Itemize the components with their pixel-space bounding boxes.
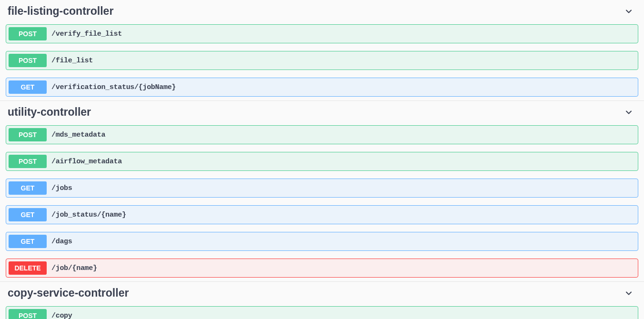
controller-section: copy-service-controllerPOST/copy (6, 282, 638, 319)
method-badge-post: POST (9, 128, 47, 141)
controller-section: file-listing-controllerPOST/verify_file_… (6, 0, 638, 97)
endpoint-row[interactable]: GET/verification_status/{jobName} (6, 78, 638, 97)
endpoint-row[interactable]: POST/airflow_metadata (6, 152, 638, 171)
chevron-down-icon (624, 289, 634, 298)
endpoint-row[interactable]: POST/copy (6, 306, 638, 319)
controller-header[interactable]: file-listing-controller (6, 0, 638, 24)
method-badge-get: GET (9, 208, 47, 221)
method-badge-post: POST (9, 155, 47, 168)
method-badge-post: POST (9, 54, 47, 67)
endpoint-list: POST/mds_metadataPOST/airflow_metadataGE… (6, 125, 638, 278)
method-badge-post: POST (9, 309, 47, 319)
endpoint-row[interactable]: POST/verify_file_list (6, 24, 638, 43)
endpoint-path: /file_list (51, 57, 93, 65)
endpoint-path: /mds_metadata (51, 131, 105, 139)
endpoint-row[interactable]: POST/file_list (6, 51, 638, 70)
method-badge-get: GET (9, 181, 47, 195)
controller-header[interactable]: copy-service-controller (6, 282, 638, 306)
endpoint-list: POST/verify_file_listPOST/file_listGET/v… (6, 24, 638, 97)
endpoint-row[interactable]: GET/dags (6, 232, 638, 251)
endpoint-row[interactable]: GET/jobs (6, 179, 638, 198)
controller-header[interactable]: utility-controller (6, 101, 638, 125)
endpoint-path: /dags (51, 238, 72, 246)
endpoint-list: POST/copy (6, 306, 638, 319)
controller-title: copy-service-controller (8, 287, 129, 299)
endpoint-path: /jobs (51, 184, 72, 192)
endpoint-path: /job_status/{name} (51, 211, 126, 219)
endpoint-row[interactable]: POST/mds_metadata (6, 125, 638, 144)
chevron-down-icon (624, 108, 634, 117)
endpoint-path: /copy (51, 312, 72, 319)
controller-title: utility-controller (8, 106, 91, 119)
endpoint-row[interactable]: DELETE/job/{name} (6, 259, 638, 278)
controller-title: file-listing-controller (8, 5, 113, 18)
endpoint-row[interactable]: GET/job_status/{name} (6, 205, 638, 224)
endpoint-path: /job/{name} (51, 264, 97, 272)
endpoint-path: /airflow_metadata (51, 158, 122, 166)
endpoint-path: /verify_file_list (51, 30, 122, 38)
method-badge-post: POST (9, 27, 47, 40)
method-badge-delete: DELETE (9, 261, 47, 275)
method-badge-get: GET (9, 80, 47, 94)
endpoint-path: /verification_status/{jobName} (51, 83, 176, 91)
method-badge-get: GET (9, 235, 47, 248)
chevron-down-icon (624, 7, 634, 16)
controller-section: utility-controllerPOST/mds_metadataPOST/… (6, 101, 638, 278)
